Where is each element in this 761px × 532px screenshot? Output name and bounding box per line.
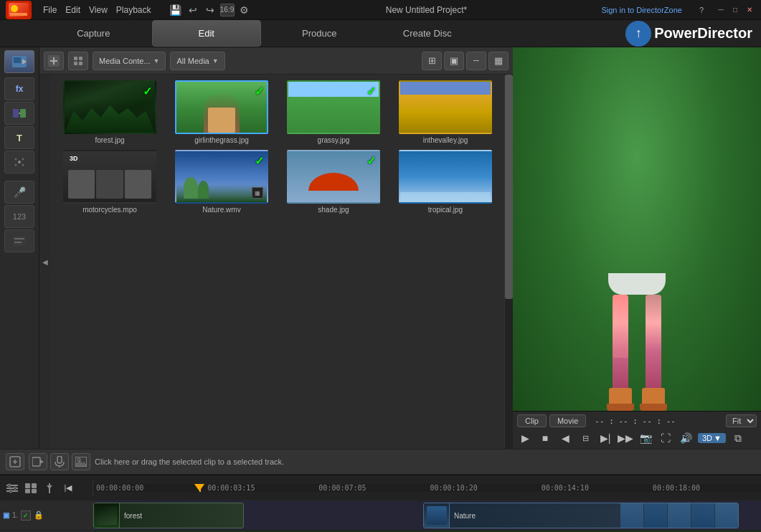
tab-produce[interactable]: Produce [265,20,374,47]
list-item[interactable]: ✓ girlinthegrass.jpg [169,80,275,144]
timeline: |◀ 00:00:00:00 00:00:03:15 00:00:07:05 0… [0,475,761,532]
content-dropdown[interactable]: Media Conte... ▼ [93,52,166,70]
list-item[interactable]: 3D motorcycles.mpo [57,150,163,214]
menu-playback[interactable]: Playback [116,5,151,15]
play-button[interactable]: ▶ [517,430,533,446]
media-thumb[interactable]: ✓ [175,80,268,134]
svg-rect-26 [57,456,62,463]
timeline-ruler[interactable]: 00:00:00:00 00:00:03:15 00:00:07:05 00:0… [93,484,761,492]
tab-create-disc[interactable]: Create Disc [374,20,482,47]
external-monitor-button[interactable]: ⧉ [730,430,746,446]
svg-rect-1 [14,57,21,63]
sidebar-voice-btn[interactable]: 🎤 [4,181,34,204]
frame-prev-button[interactable]: ⊟ [577,430,593,446]
check-mark: ✓ [367,85,376,98]
minimize-button[interactable]: ─ [715,4,727,16]
media-thumb[interactable]: ✓ [287,80,380,134]
clip-mode-btn[interactable]: Clip [517,414,547,427]
clip-options-btn[interactable] [6,453,24,470]
timeline-view-btn[interactable] [23,480,39,496]
preview-video [513,47,761,411]
maximize-button[interactable]: □ [729,4,741,16]
movie-mode-btn[interactable]: Movie [549,414,586,427]
media-scrollbar[interactable] [504,75,513,449]
list-item[interactable]: ✓ shade.jpg [280,150,387,214]
media-thumb[interactable] [399,150,492,204]
list-item[interactable]: tropical.jpg [392,150,498,214]
track-row-v1[interactable]: forest Nature [93,500,761,531]
timeline-snap-btn[interactable] [42,480,57,496]
menu-file[interactable]: File [43,5,57,15]
close-button[interactable]: ✕ [744,4,755,16]
sidebar-chapter-btn[interactable]: 123 [4,205,34,228]
fullscreen-button[interactable]: ⛶ [658,430,673,446]
signin-link[interactable]: Sign in to DirectorZone [601,6,682,14]
track-v1-check[interactable]: ✓ [21,510,31,521]
view-option2-btn[interactable]: ╌ [466,52,486,70]
tab-capture[interactable]: Capture [39,20,148,47]
grid-view-btn[interactable]: ⊞ [422,52,442,70]
ruler-time-3: 00:00:10:20 [427,484,539,492]
step-back-button[interactable]: ◀ [557,430,573,446]
tracks-inner: forest Nature [93,500,761,532]
timeline-mark-btn[interactable]: |◀ [60,480,76,496]
snapshot-button[interactable]: 📷 [638,430,653,446]
sidebar: fx T 🎤 123 [0,47,39,449]
plugin-btn[interactable] [68,52,88,70]
tracks-content[interactable]: forest Nature [93,500,761,532]
save-icon[interactable]: 💾 [169,4,183,16]
tab-edit[interactable]: Edit [152,20,262,47]
filter-dropdown[interactable]: All Media ▼ [170,52,224,70]
sidebar-subtitle-btn[interactable] [4,229,34,252]
list-item[interactable]: ✓ grassy.jpg [280,80,387,144]
3d-mode-button[interactable]: 3D ▼ [698,433,726,443]
svg-point-34 [8,484,11,487]
settings-icon[interactable]: ⚙ [237,4,252,16]
track-clip-nature[interactable]: Nature [423,503,739,528]
svg-rect-19 [74,62,77,65]
menu-edit[interactable]: Edit [65,5,80,15]
track-clip-forest[interactable]: forest [93,503,244,528]
menu-view[interactable]: View [89,5,108,15]
sidebar-media-btn[interactable] [4,50,34,73]
add-video-clip-btn[interactable] [29,453,47,470]
list-item[interactable]: inthevalley.jpg [392,80,498,144]
redo-icon[interactable]: ↪ [203,4,217,16]
ruler-time-0: 00:00:00:00 [93,484,204,492]
add-audio-clip-btn[interactable] [50,453,69,470]
sidebar-particle-btn[interactable] [4,151,34,174]
toolbar-icons: 💾 ↩ ↪ 16:9 ⚙ [169,4,252,16]
add-image-clip-btn[interactable] [72,453,90,470]
media-thumb[interactable]: ✓ [63,80,156,134]
media-thumb[interactable] [399,80,492,134]
help-icon[interactable]: ? [699,6,704,14]
view-option3-btn[interactable]: ▦ [488,52,509,70]
sidebar-title-btn[interactable]: T [4,126,34,149]
fast-forward-button[interactable]: ▶▶ [618,430,633,446]
svg-point-8 [22,158,24,161]
audio-button[interactable]: 🔊 [678,430,694,446]
media-filename: inthevalley.jpg [423,136,468,144]
check-mark: ✓ [255,154,264,168]
svg-rect-4 [20,109,26,118]
list-item[interactable]: ✓ forest.jpg [57,80,163,144]
media-thumb[interactable]: ✓ [287,150,380,204]
track-v1-lock[interactable]: 🔒 [34,510,44,520]
sidebar-transitions-btn[interactable] [4,102,34,125]
svg-rect-37 [25,483,30,488]
fit-select[interactable]: Fit [726,414,757,427]
sidebar-fx-btn[interactable]: fx [4,77,34,100]
media-thumb[interactable]: 3D [63,150,156,204]
window-controls: ─ □ ✕ [715,4,755,16]
timeline-settings-btn[interactable] [4,480,20,496]
list-item[interactable]: ✓ ▦ Nature.wmv [169,150,275,214]
add-clip-hint: Click here or drag the selected clip to … [95,457,284,466]
prev-page-btn[interactable]: ◀ [39,75,51,449]
media-thumb[interactable]: ✓ ▦ [175,150,268,204]
stop-button[interactable]: ■ [537,430,553,446]
svg-marker-42 [47,485,52,489]
undo-icon[interactable]: ↩ [186,4,200,16]
frame-next-button[interactable]: ▶| [597,430,613,446]
view-option1-btn[interactable]: ▣ [444,52,464,70]
add-media-btn[interactable] [44,52,64,70]
